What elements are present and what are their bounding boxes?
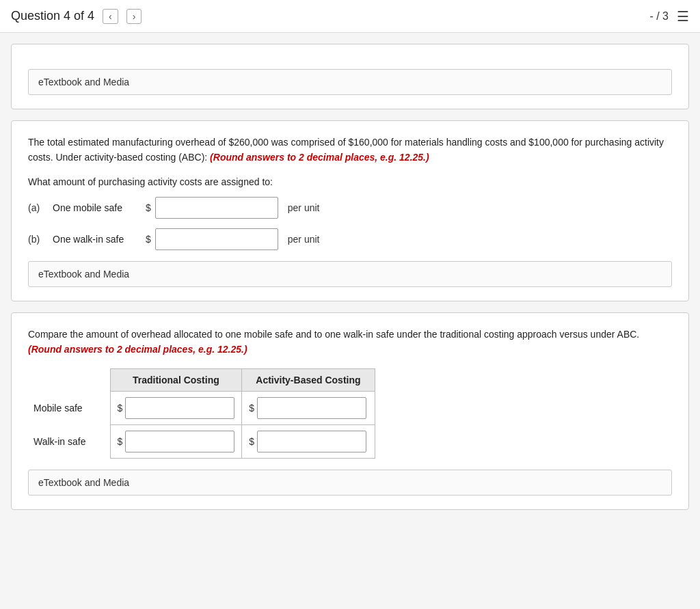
mobile-trad-dollar: $	[118, 403, 123, 414]
row-a-input[interactable]	[155, 197, 278, 219]
col-abc: Activity-Based Costing	[242, 368, 375, 391]
list-icon[interactable]: ☰	[677, 8, 689, 25]
header-right: - / 3 ☰	[649, 8, 689, 25]
row-b-dollar: $	[146, 234, 151, 245]
section3-desc-red: (Round answers to 2 decimal places, e.g.…	[28, 344, 247, 355]
next-button[interactable]: ›	[126, 9, 142, 24]
row-b-label: (b)	[28, 234, 49, 245]
walkin-abc-dollar: $	[249, 436, 254, 447]
etextbook-bar-1[interactable]: eTextbook and Media	[28, 69, 672, 95]
row-b-input[interactable]	[155, 228, 278, 250]
etextbook-bar-2[interactable]: eTextbook and Media	[28, 261, 672, 287]
row-a-dollar: $	[146, 202, 151, 213]
etextbook-label-3: eTextbook and Media	[38, 477, 129, 488]
walkin-trad-dollar: $	[118, 436, 123, 447]
walkin-abc-cell: $	[242, 424, 375, 458]
row-b: (b) One walk-in safe $ per unit	[28, 228, 672, 250]
page-indicator: - / 3	[649, 10, 669, 23]
etextbook-label-2: eTextbook and Media	[38, 269, 129, 280]
section3-desc-part1: Compare the amount of overhead allocated…	[28, 329, 639, 340]
main-content: eTextbook and Media The total estimated …	[0, 33, 700, 532]
row-a-per-unit: per unit	[288, 202, 320, 213]
etextbook-label-1: eTextbook and Media	[38, 77, 129, 87]
mobile-label: Mobile safe	[28, 391, 110, 424]
section2-sub-question: What amount of purchasing activity costs…	[28, 176, 672, 187]
table-row-mobile: Mobile safe $ $	[28, 391, 375, 424]
mobile-abc-cell: $	[242, 391, 375, 424]
walkin-abc-input[interactable]	[257, 431, 366, 452]
section2-desc-red: (Round answers to 2 decimal places, e.g.…	[210, 152, 429, 163]
table-row-walkin: Walk-in safe $ $	[28, 424, 375, 458]
walkin-trad-cell: $	[110, 424, 242, 458]
prev-button[interactable]: ‹	[103, 9, 118, 24]
etextbook-bar-3[interactable]: eTextbook and Media	[28, 470, 672, 496]
row-a: (a) One mobile safe $ per unit	[28, 197, 672, 219]
question-title: Question 4 of 4	[11, 9, 94, 23]
row-b-per-unit: per unit	[288, 234, 320, 245]
mobile-trad-cell: $	[110, 391, 242, 424]
section-1-card: eTextbook and Media	[11, 44, 689, 109]
section2-description: The total estimated manufacturing overhe…	[28, 135, 672, 165]
header: Question 4 of 4 ‹ › - / 3 ☰	[0, 0, 700, 33]
mobile-trad-input[interactable]	[125, 397, 234, 419]
walkin-label: Walk-in safe	[28, 424, 110, 458]
comparison-table: Traditional Costing Activity-Based Costi…	[28, 368, 375, 459]
row-a-label: (a)	[28, 202, 49, 213]
row-b-item: One walk-in safe	[53, 234, 142, 245]
header-left: Question 4 of 4 ‹ ›	[11, 9, 142, 24]
row-a-item: One mobile safe	[53, 202, 142, 213]
section3-description: Compare the amount of overhead allocated…	[28, 327, 672, 357]
mobile-abc-dollar: $	[249, 403, 254, 414]
col-empty	[28, 368, 110, 391]
col-traditional: Traditional Costing	[110, 368, 242, 391]
walkin-trad-input[interactable]	[125, 431, 234, 452]
section-3-card: Compare the amount of overhead allocated…	[11, 312, 689, 510]
mobile-abc-input[interactable]	[257, 397, 366, 419]
section-2-card: The total estimated manufacturing overhe…	[11, 120, 689, 301]
